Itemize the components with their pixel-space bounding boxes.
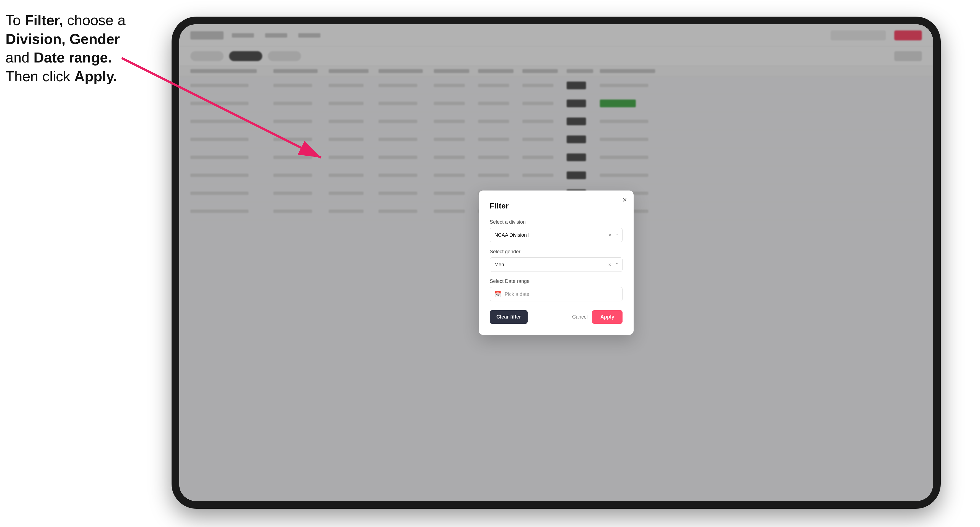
division-value: NCAA Division I [495,232,530,238]
filter-modal: × Filter Select a division NCAA Division… [479,190,633,335]
gender-select[interactable]: Men [490,257,622,272]
gender-clear-icon[interactable]: × [608,262,611,268]
clear-filter-button[interactable]: Clear filter [490,310,528,324]
instruction-text: To Filter, choose a Division, Gender and… [6,11,166,86]
modal-footer: Clear filter Cancel Apply [490,310,622,324]
calendar-icon: 📅 [495,291,501,297]
gender-label: Select gender [490,249,622,255]
instruction-line4: Then click Apply. [6,68,117,84]
modal-close-button[interactable]: × [622,196,627,204]
instruction-line3: and Date range. [6,49,112,65]
modal-overlay: × Filter Select a division NCAA Division… [179,24,933,501]
division-arrow-icon: ⌃ [615,233,619,238]
instruction-line1: To Filter, choose a [6,12,126,28]
date-range-field: Select Date range 📅 Pick a date [490,278,622,302]
tablet-screen: × Filter Select a division NCAA Division… [179,24,933,501]
division-select-wrapper: NCAA Division I × ⌃ [490,228,622,242]
gender-select-wrapper: Men × ⌃ [490,257,622,272]
cancel-button[interactable]: Cancel [572,314,588,320]
division-field: Select a division NCAA Division I × ⌃ [490,219,622,242]
date-placeholder: Pick a date [505,291,529,297]
tablet-frame: × Filter Select a division NCAA Division… [172,17,941,509]
instruction-bold2: Division, Gender [6,31,120,47]
division-clear-icon[interactable]: × [608,232,611,238]
gender-field: Select gender Men × ⌃ [490,249,622,272]
date-range-label: Select Date range [490,278,622,284]
apply-button[interactable]: Apply [592,310,622,324]
gender-value: Men [495,262,504,268]
modal-title: Filter [490,202,622,210]
division-select[interactable]: NCAA Division I [490,228,622,242]
date-range-input[interactable]: 📅 Pick a date [490,287,622,302]
division-label: Select a division [490,219,622,225]
gender-arrow-icon: ⌃ [615,262,619,267]
